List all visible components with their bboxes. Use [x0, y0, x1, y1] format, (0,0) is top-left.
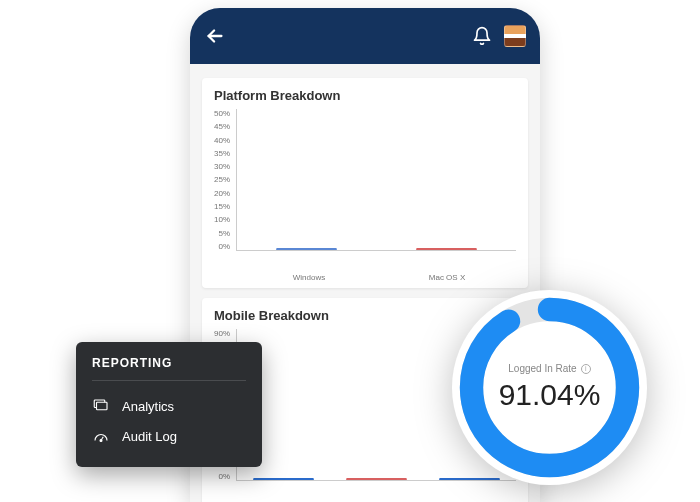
sidebar-item-analytics[interactable]: Analytics — [92, 391, 246, 421]
bar-windows — [261, 248, 353, 250]
logged-in-rate-gauge: Logged In Rate i 91.04% — [452, 290, 647, 485]
info-icon[interactable]: i — [581, 364, 591, 374]
platform-breakdown-title: Platform Breakdown — [214, 88, 516, 103]
analytics-icon — [92, 397, 110, 415]
user-avatar[interactable] — [504, 25, 526, 47]
x-tick-label: Mac OS X — [378, 273, 516, 282]
reporting-panel: REPORTING Analytics Audit Log — [76, 342, 262, 467]
bar — [253, 478, 314, 480]
gauge-value: 91.04% — [499, 378, 601, 412]
bar-mac-os-x — [400, 248, 492, 250]
platform-breakdown-card: Platform Breakdown 50% 45% 40% 35% 30% 2… — [202, 78, 528, 288]
notifications-bell-icon[interactable] — [472, 26, 492, 46]
bar — [346, 478, 407, 480]
platform-plot-area — [236, 109, 516, 251]
platform-breakdown-chart: 50% 45% 40% 35% 30% 25% 20% 15% 10% 5% 0… — [214, 109, 516, 269]
back-button[interactable] — [204, 25, 226, 47]
bar — [416, 248, 477, 250]
bar-desktop — [237, 478, 329, 480]
sidebar-item-label: Analytics — [122, 399, 174, 414]
platform-x-axis: WindowsMac OS X — [214, 273, 516, 282]
reporting-panel-title: REPORTING — [92, 356, 246, 381]
sidebar-item-audit-log[interactable]: Audit Log — [92, 421, 246, 451]
app-header — [190, 8, 540, 64]
sidebar-item-label: Audit Log — [122, 429, 177, 444]
svg-rect-1 — [97, 402, 108, 410]
platform-y-axis: 50% 45% 40% 35% 30% 25% 20% 15% 10% 5% 0… — [214, 109, 236, 251]
bar-mobile-phone — [330, 478, 422, 480]
x-tick-label: Windows — [240, 273, 378, 282]
gauge-icon — [92, 427, 110, 445]
gauge-label: Logged In Rate i — [508, 363, 590, 374]
bar — [276, 248, 337, 250]
svg-point-2 — [100, 440, 102, 442]
